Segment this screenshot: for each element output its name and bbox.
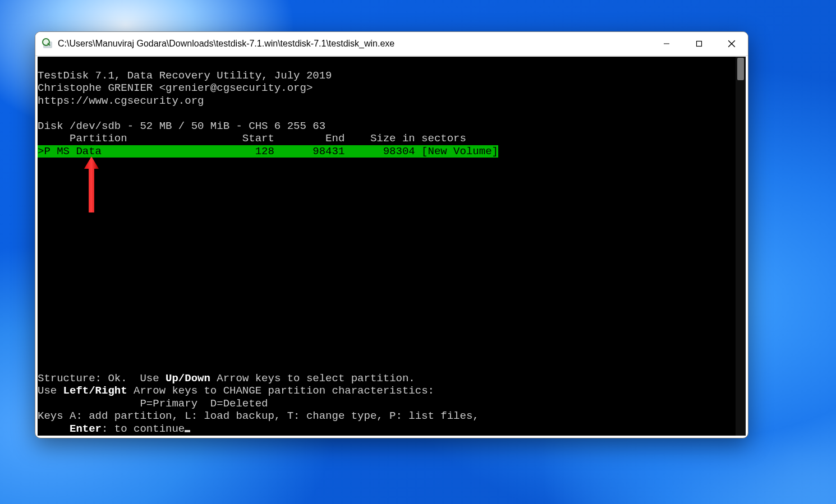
use-line: Use Left/Right Arrow keys to CHANGE part… — [38, 385, 434, 397]
structure-line: Structure: Ok. Use Up/Down Arrow keys to… — [38, 372, 415, 385]
keys-line: Keys A: add partition, L: load backup, T… — [38, 410, 479, 422]
enter-line: Enter: to continue — [38, 423, 190, 435]
minimize-button[interactable] — [650, 32, 683, 56]
disk-info-line: Disk /dev/sdb - 52 MB / 50 MiB - CHS 6 2… — [38, 120, 325, 132]
header-line-2: Christophe GRENIER <grenier@cgsecurity.o… — [38, 82, 313, 94]
window-controls — [650, 32, 748, 56]
close-button[interactable] — [715, 32, 748, 56]
header-line-1: TestDisk 7.1, Data Recovery Utility, Jul… — [38, 70, 332, 82]
window-title: C:\Users\Manuviraj Godara\Downloads\test… — [58, 39, 650, 49]
svg-rect-1 — [697, 41, 702, 47]
fs-line: NTFS, blocksize=4096, 50 MB / 48 MiB — [38, 435, 268, 436]
console-output[interactable]: TestDisk 7.1, Data Recovery Utility, Jul… — [38, 57, 746, 436]
cursor — [185, 430, 190, 432]
scrollbar-thumb[interactable] — [737, 58, 744, 80]
updown-hint: Up/Down — [166, 372, 210, 385]
partition-row-selected[interactable]: >P MS Data 128 98431 98304 [New Volume] — [38, 145, 498, 158]
columns-header: Partition Start End Size in sectors — [38, 132, 466, 145]
legend-line: P=Primary D=Deleted — [38, 397, 268, 410]
testdisk-icon — [42, 38, 53, 49]
titlebar[interactable]: C:\Users\Manuviraj Godara\Downloads\test… — [35, 32, 748, 56]
terminal-window: C:\Users\Manuviraj Godara\Downloads\test… — [35, 31, 748, 438]
scrollbar-track[interactable] — [736, 57, 746, 436]
maximize-button[interactable] — [683, 32, 715, 56]
svg-marker-4 — [84, 156, 99, 212]
header-line-3: https://www.cgsecurity.org — [38, 95, 204, 107]
leftright-hint: Left/Right — [63, 385, 127, 397]
enter-hint: Enter — [70, 423, 102, 435]
